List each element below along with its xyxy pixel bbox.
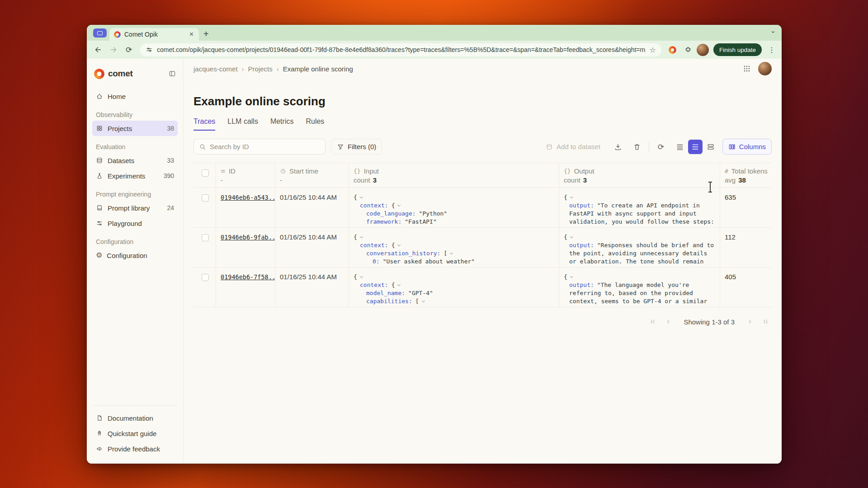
filters-button[interactable]: Filters (0) (331, 139, 382, 155)
sidebar-item-documentation[interactable]: Documentation (92, 410, 178, 426)
expand-chevron-icon[interactable] (360, 275, 363, 278)
json-value: { (354, 273, 357, 280)
sidebar-item-prompt-library[interactable]: Prompt library 24 (92, 200, 178, 216)
tab-metrics[interactable]: Metrics (270, 117, 294, 131)
row-checkbox[interactable] (202, 194, 209, 202)
last-page-button[interactable] (759, 315, 772, 328)
start-time-cell: 01/16/25 10:44 AM (275, 188, 349, 227)
expand-chevron-icon[interactable] (450, 251, 453, 254)
next-page-button[interactable] (744, 315, 756, 328)
col-label: Total tokens (731, 167, 768, 175)
tab-traces[interactable]: Traces (193, 117, 215, 131)
col-header-input[interactable]: {}Input count3 (349, 163, 559, 188)
puzzle-icon (684, 46, 692, 54)
row-checkbox[interactable] (202, 234, 209, 241)
comet-extension-button[interactable] (666, 43, 679, 56)
extensions-button[interactable] (681, 43, 695, 56)
trace-id-link[interactable]: 01946eb6-7f58... (221, 273, 275, 281)
comet-favicon-icon (114, 31, 121, 38)
col-header-output[interactable]: {}Output count3 (559, 163, 720, 188)
expand-chevron-icon[interactable] (422, 299, 425, 302)
delete-button[interactable] (630, 140, 644, 154)
col-header-id[interactable]: ≡ID - (216, 163, 275, 188)
expand-chevron-icon[interactable] (570, 235, 573, 238)
tab-rules[interactable]: Rules (306, 117, 324, 131)
sidebar-item-experiments[interactable]: Experiments 390 (92, 168, 178, 183)
user-avatar[interactable] (758, 62, 772, 75)
browser-tab[interactable]: Comet Opik × (109, 28, 199, 41)
output-cell: { output:"The language model you're refe… (559, 267, 720, 307)
trace-id-link[interactable]: 01946eb6-a543... (221, 194, 275, 201)
density-medium-button[interactable] (688, 140, 703, 154)
sidebar-item-datasets[interactable]: Datasets 33 (92, 153, 178, 168)
aggregate-name: count (354, 176, 370, 185)
json-key: output: (569, 242, 594, 249)
first-page-button[interactable] (646, 315, 659, 328)
export-button[interactable] (611, 140, 625, 154)
back-button[interactable] (91, 43, 105, 56)
toolbar-divider (649, 142, 649, 151)
expand-chevron-icon[interactable] (397, 203, 401, 206)
table-row[interactable]: 01946eb6-a543... 01/16/25 10:44 AM { con… (193, 188, 772, 228)
row-checkbox[interactable] (202, 274, 209, 281)
page-tabs: Traces LLM calls Metrics Rules (193, 117, 772, 131)
expand-chevron-icon[interactable] (570, 275, 573, 278)
browser-menu-icon[interactable]: ⋮ (766, 46, 777, 54)
output-cell: { output:"To create an API endpoint in F… (559, 188, 720, 227)
previous-page-button[interactable] (662, 315, 675, 328)
new-tab-button[interactable]: + (203, 29, 209, 38)
sidebar-item-label: Quickstart guide (108, 430, 174, 437)
expand-chevron-icon[interactable] (360, 195, 363, 198)
expand-chevron-icon[interactable] (360, 235, 363, 238)
breadcrumb-current: Example online scoring (283, 65, 353, 73)
bookmark-star-icon[interactable]: ☆ (650, 46, 656, 54)
columns-button[interactable]: Columns (722, 139, 772, 155)
breadcrumb-item[interactable]: jacques-comet (193, 65, 238, 73)
trace-id-link[interactable]: 01946eb6-9fab... (221, 234, 275, 241)
finish-update-button[interactable]: Finish update (713, 43, 762, 56)
input-cell: { context:{ conversation_history:[ 0:"Us… (349, 228, 559, 267)
expand-chevron-icon[interactable] (397, 243, 401, 246)
tab-close-icon[interactable]: × (189, 31, 194, 38)
address-bar[interactable]: comet.com/opik/jacques-comet/projects/01… (140, 43, 661, 56)
sidebar-item-quickstart[interactable]: Quickstart guide (92, 426, 178, 441)
breadcrumb-item[interactable]: Projects (248, 65, 273, 73)
density-compact-button[interactable] (673, 140, 687, 154)
id-cell: 01946eb6-7f58... (216, 267, 275, 307)
sidebar-item-configuration[interactable]: ⚙ Configuration (92, 248, 178, 263)
col-header-total-tokens[interactable]: #Total tokens avg38 (720, 163, 772, 188)
col-header-start-time[interactable]: Start time - (275, 163, 349, 188)
reload-button[interactable]: ⟳ (122, 43, 136, 56)
grid-icon (96, 125, 103, 132)
forward-button[interactable] (107, 43, 120, 56)
table-row[interactable]: 01946eb6-9fab... 01/16/25 10:44 AM { con… (193, 228, 772, 267)
sidebar-item-feedback[interactable]: Provide feedback (92, 441, 178, 456)
json-value: [ (443, 250, 447, 257)
browser-profile-avatar[interactable] (697, 44, 709, 56)
json-key: output: (569, 202, 594, 209)
collapse-sidebar-icon[interactable] (169, 70, 176, 77)
density-large-button[interactable] (703, 140, 718, 154)
tab-group-chip[interactable] (93, 28, 107, 38)
apps-grid-icon[interactable] (743, 65, 751, 73)
list-icon: ≡ (221, 168, 226, 174)
add-to-dataset-button[interactable]: Add to dataset (540, 139, 606, 155)
tab-list-chevron-icon[interactable] (770, 29, 776, 35)
tab-llm-calls[interactable]: LLM calls (227, 117, 258, 131)
start-time: 01/16/25 10:44 AM (280, 193, 337, 201)
expand-chevron-icon[interactable] (570, 195, 573, 198)
sidebar-footer: Documentation Quickstart guide Provide f… (92, 405, 178, 456)
site-settings-icon[interactable] (146, 46, 153, 53)
table-row[interactable]: 01946eb6-7f58... 01/16/25 10:44 AM { con… (193, 267, 772, 307)
search-input[interactable] (210, 143, 320, 150)
json-value: "User asked about weather" (383, 258, 475, 265)
sidebar-item-home[interactable]: Home (92, 89, 178, 104)
total-tokens-value: 635 (725, 192, 736, 201)
sidebar-item-playground[interactable]: Playground (92, 216, 178, 231)
sidebar-item-label: Playground (108, 220, 170, 227)
select-all-checkbox[interactable] (202, 169, 209, 177)
expand-chevron-icon[interactable] (397, 283, 401, 286)
sidebar-item-projects[interactable]: Projects 38 (92, 121, 178, 136)
total-tokens-value: 112 (725, 232, 736, 241)
refresh-button[interactable]: ⟳ (654, 140, 668, 154)
